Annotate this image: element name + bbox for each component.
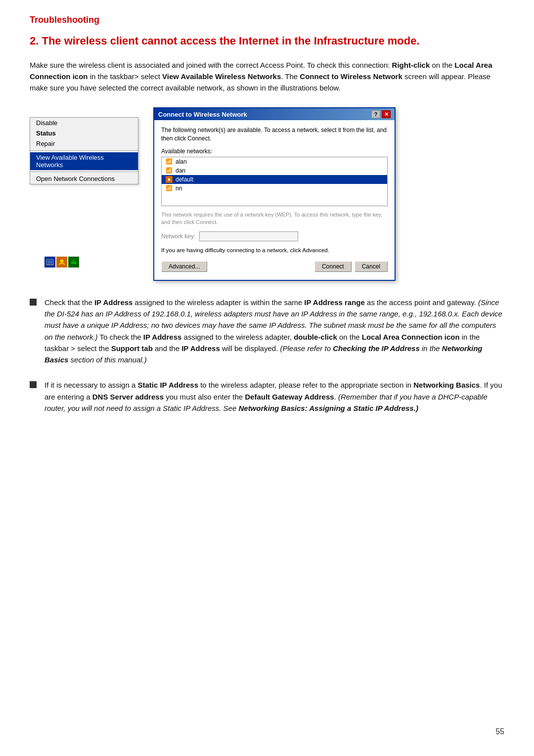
dialog-intro-text: The following network(s) are available. … [161,126,388,143]
bullet-square-2 [30,381,37,388]
bullet-text-1: Check that the IP Address assigned to th… [44,297,504,366]
dialog-footer-right: Connect Cancel [314,261,388,272]
bullet-text-2: If it is necessary to assign a Static IP… [44,379,504,414]
context-menu-item-disable: Disable [30,118,138,128]
network-key-label: Network key: [161,233,195,240]
taskbar-area [30,254,79,267]
dialog-help-button[interactable]: ? [371,110,380,118]
dialog-available-label: Available networks: [161,148,388,155]
dialog-close-button[interactable]: ✕ [382,110,391,118]
connect-dialog: Connect to Wireless Network ? ✕ The foll… [153,107,396,280]
wifi-icon-dan: 📶 [166,167,173,174]
context-menu: Disable Status Repair View Available Wir… [30,117,138,184]
taskbar-icons [44,257,79,267]
network-name-nn: nn [176,185,182,192]
svg-rect-2 [46,264,53,265]
network-item-default[interactable]: ■ default [162,175,387,184]
dialog-title: Connect to Wireless Network [158,111,247,118]
network-name-dan: dan [176,167,185,174]
dialog-key-row: Network key: [161,231,388,241]
svg-rect-5 [72,259,75,261]
page-number: 55 [495,727,504,736]
dialog-titlebar-buttons: ? ✕ [371,110,391,118]
bullet-square-1 [30,299,37,306]
connect-button[interactable]: Connect [314,261,352,272]
wifi-icon-alan: 📶 [166,158,173,165]
taskbar-icon-3 [68,257,79,267]
context-menu-divider [30,150,138,151]
left-illustration: Disable Status Repair View Available Wir… [30,112,138,267]
dialog-titlebar: Connect to Wireless Network ? ✕ [154,108,395,120]
network-item-dan[interactable]: 📶 dan [162,166,387,175]
svg-rect-1 [47,261,52,264]
network-list[interactable]: 📶 alan 📶 dan ■ default 📶 nn [161,157,388,206]
network-item-alan[interactable]: 📶 alan [162,157,387,166]
wifi-icon-nn: 📶 [166,185,173,192]
context-menu-item-status: Status [30,128,138,138]
context-menu-item-view-wireless[interactable]: View Available Wireless Networks [30,152,138,170]
network-name-alan: alan [176,158,187,165]
advanced-button[interactable]: Advanced... [161,261,207,272]
context-menu-item-open-connections: Open Network Connections [30,174,138,184]
network-key-input[interactable] [199,231,298,241]
troubleshooting-title: Troubleshooting [30,15,504,25]
dialog-body: The following network(s) are available. … [154,120,395,279]
dialog-wep-note: This network requires the use of a netwo… [161,211,388,226]
intro-paragraph: Make sure the wireless client is associa… [30,59,504,94]
dialog-advanced-note: If you are having difficulty connecting … [161,246,388,254]
bullet-item-1: Check that the IP Address assigned to th… [30,297,504,366]
special-icon-default: ■ [166,176,173,183]
section-heading: 2. The wireless client cannot access the… [30,34,504,48]
bullet-list: Check that the IP Address assigned to th… [30,297,504,414]
taskbar-icon-1 [44,257,55,267]
svg-point-3 [60,259,64,263]
network-item-nn[interactable]: 📶 nn [162,184,387,193]
illustration-area: Disable Status Repair View Available Wir… [30,107,504,280]
taskbar-icon-2 [56,257,67,267]
context-menu-item-repair: Repair [30,138,138,149]
network-name-default: default [176,176,193,183]
dialog-footer: Advanced... Connect Cancel [161,261,388,274]
bullet-item-2: If it is necessary to assign a Static IP… [30,379,504,414]
context-menu-divider2 [30,172,138,172]
cancel-button[interactable]: Cancel [355,261,388,272]
